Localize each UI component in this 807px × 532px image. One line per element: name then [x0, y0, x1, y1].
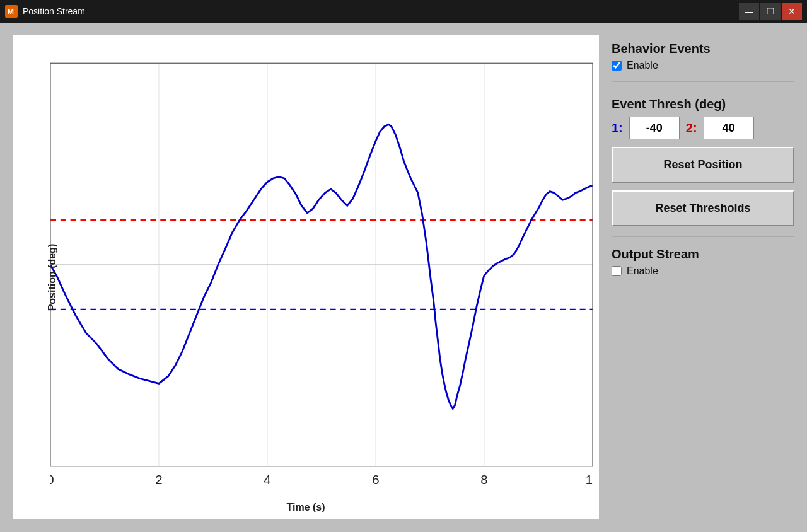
minimize-button[interactable]: —	[739, 3, 759, 20]
divider-2	[612, 236, 794, 237]
app-icon: M	[5, 5, 18, 18]
thresh1-input[interactable]	[629, 117, 680, 139]
window-title: Position Stream	[23, 6, 739, 16]
thresh-row: 1: 2:	[612, 117, 794, 139]
svg-text:2: 2	[155, 472, 162, 487]
divider-1	[612, 81, 794, 82]
behavior-events-title: Behavior Events	[612, 42, 794, 56]
thresh2-label: 2:	[686, 121, 697, 136]
titlebar: M Position Stream — ❐ ✕	[0, 0, 807, 23]
position-chart: 180 0 -180 0 2 4 6 8 10	[50, 42, 593, 488]
svg-text:M: M	[8, 8, 14, 16]
svg-text:4: 4	[264, 472, 270, 487]
behavior-enable-row: Enable	[612, 60, 794, 71]
behavior-enable-checkbox[interactable]	[612, 61, 622, 71]
chart-area: Position (deg)	[13, 35, 599, 519]
main-content: Position (deg)	[0, 23, 807, 532]
output-enable-row: Enable	[612, 265, 794, 277]
output-stream-section: Output Stream Enable	[612, 247, 794, 277]
reset-thresholds-button[interactable]: Reset Thresholds	[612, 190, 794, 226]
chart-container: Position (deg)	[13, 35, 599, 519]
svg-text:8: 8	[480, 472, 487, 487]
sidebar: Behavior Events Enable Event Thresh (deg…	[612, 35, 794, 519]
output-enable-label: Enable	[627, 265, 658, 277]
x-axis-label: Time (s)	[286, 502, 325, 513]
thresh1-label: 1:	[612, 121, 623, 136]
output-stream-title: Output Stream	[612, 247, 794, 262]
main-window: M Position Stream — ❐ ✕ Position (deg)	[0, 0, 807, 532]
y-axis-label: Position (deg)	[47, 244, 58, 311]
event-thresh-section: Event Thresh (deg) 1: 2:	[612, 97, 794, 139]
behavior-enable-label: Enable	[627, 60, 658, 71]
svg-text:10: 10	[586, 472, 593, 487]
event-thresh-title: Event Thresh (deg)	[612, 97, 794, 112]
output-enable-checkbox[interactable]	[612, 266, 622, 276]
behavior-events-section: Behavior Events Enable	[612, 42, 794, 71]
reset-position-button[interactable]: Reset Position	[612, 147, 794, 183]
maximize-button[interactable]: ❐	[760, 3, 781, 20]
close-button[interactable]: ✕	[782, 3, 802, 20]
svg-text:0: 0	[50, 472, 54, 487]
window-controls: — ❐ ✕	[739, 3, 802, 20]
thresh2-input[interactable]	[704, 117, 754, 139]
svg-text:6: 6	[372, 472, 379, 487]
